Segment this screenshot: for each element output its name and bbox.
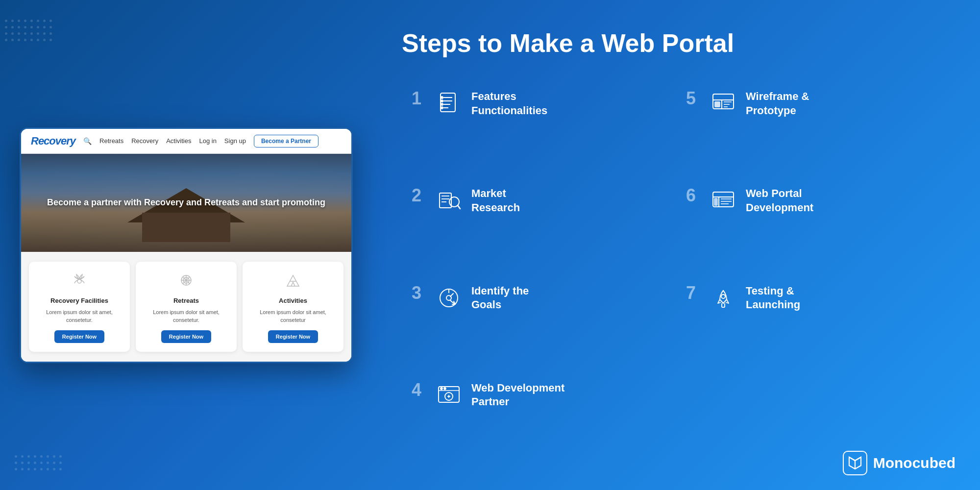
step-1-label: FeaturesFunctionalities [471, 90, 547, 118]
step-6-number: 6 [686, 187, 701, 204]
step-2-label: MarketResearch [471, 187, 520, 215]
svg-point-15 [441, 103, 443, 105]
step-4-label: Web DevelopmentPartner [471, 381, 564, 409]
step-7-icon [710, 284, 737, 312]
search-icon[interactable]: 🔍 [83, 137, 92, 145]
svg-point-16 [441, 107, 443, 109]
card-recovery-text: Lorem ipsum dolor sit amet, consetetur. [36, 308, 123, 324]
step-5-icon [710, 90, 737, 117]
register-activities-button[interactable]: Register Now [268, 330, 318, 343]
svg-rect-33 [714, 198, 717, 205]
svg-rect-20 [715, 102, 720, 107]
card-activities-title: Activities [249, 297, 337, 304]
nav-recovery[interactable]: Recovery [131, 137, 158, 145]
step-7-number: 7 [686, 284, 701, 302]
brand-logo: Recovery [31, 135, 75, 147]
card-recovery-title: Recovery Facilities [36, 297, 123, 304]
svg-point-40 [721, 294, 725, 298]
step-7-content: Testing &Launching [746, 284, 800, 312]
step-3: 3 Identify theGoals [402, 276, 676, 373]
step-3-icon [435, 284, 463, 312]
dots-decoration-bl [15, 455, 62, 470]
cards-area: Recovery Facilities Lorem ipsum dolor si… [21, 252, 351, 362]
card-activities: Activities Lorem ipsum dolor sit amet, c… [243, 262, 343, 352]
card-retreats-title: Retreats [143, 297, 230, 304]
hero-headline: Become a partner with Recovery and Retre… [47, 196, 325, 209]
main-container: Recovery 🔍 Retreats Recovery Activities … [0, 0, 980, 490]
step-4-content: Web DevelopmentPartner [471, 381, 564, 409]
step-5-number: 5 [686, 90, 701, 107]
register-recovery-button[interactable]: Register Now [54, 330, 104, 343]
browser-nav: Recovery 🔍 Retreats Recovery Activities … [21, 129, 351, 154]
step-4-number: 4 [412, 381, 426, 399]
monocubed-name: Monocubed [873, 455, 956, 471]
step-5-content: Wireframe &Prototype [746, 90, 809, 118]
dots-decoration-tl [5, 20, 52, 41]
nav-retreats[interactable]: Retreats [99, 137, 123, 145]
step-1: 1 FeaturesFunctionalitie [402, 82, 676, 179]
svg-line-29 [458, 205, 460, 209]
nav-activities[interactable]: Activities [166, 137, 191, 145]
step-6: 6 Web PortalDevelopment [676, 179, 951, 276]
recovery-icon [36, 270, 123, 293]
left-section: Recovery 🔍 Retreats Recovery Activities … [0, 0, 372, 490]
step-6-icon [710, 187, 737, 214]
monocubed-logo [843, 451, 867, 475]
step-1-number: 1 [412, 90, 426, 107]
svg-point-13 [441, 97, 443, 98]
monocubed-brand: Monocubed [843, 451, 956, 475]
step-1-content: FeaturesFunctionalities [471, 90, 547, 118]
activities-icon [249, 270, 337, 293]
hero-area: Become a partner with Recovery and Retre… [21, 154, 351, 252]
right-section: Steps to Make a Web Portal 1 [372, 0, 980, 490]
section-title: Steps to Make a Web Portal [402, 29, 951, 57]
step-2-icon [435, 187, 463, 214]
step-5: 5 Wireframe &Prototype [676, 82, 951, 179]
nav-signup[interactable]: Sign up [224, 137, 246, 145]
svg-point-44 [441, 388, 442, 390]
step-7: 7 Testing &Launching [676, 276, 951, 373]
card-recovery-facilities: Recovery Facilities Lorem ipsum dolor si… [29, 262, 130, 352]
step-2-content: MarketResearch [471, 187, 520, 215]
step-5-label: Wireframe &Prototype [746, 90, 809, 118]
step-1-icon [435, 90, 463, 117]
svg-point-45 [444, 388, 446, 390]
card-activities-text: Lorem ipsum dolor sit amet, consetetur [249, 308, 337, 324]
step-3-number: 3 [412, 284, 426, 302]
step-3-label: Identify theGoals [471, 284, 529, 312]
register-retreats-button[interactable]: Register Now [161, 330, 211, 343]
nav-login[interactable]: Log in [199, 137, 216, 145]
become-partner-button[interactable]: Become a Partner [254, 135, 318, 147]
svg-point-14 [441, 100, 443, 102]
nav-links: Retreats Recovery Activities Log in Sign… [99, 135, 342, 147]
hero-text: Become a partner with Recovery and Retre… [47, 196, 325, 209]
card-retreats: Retreats Lorem ipsum dolor sit amet, con… [136, 262, 237, 352]
step-6-content: Web PortalDevelopment [746, 187, 813, 215]
step-4-icon [435, 381, 463, 409]
steps-grid: 1 FeaturesFunctionalitie [402, 82, 951, 470]
step-7-label: Testing &Launching [746, 284, 800, 312]
step-2: 2 MarketResearch [402, 179, 676, 276]
browser-mockup: Recovery 🔍 Retreats Recovery Activities … [20, 127, 353, 363]
step-4: 4 Web DevelopmentPartner [402, 373, 676, 470]
card-retreats-text: Lorem ipsum dolor sit amet, consetetur. [143, 308, 230, 324]
retreats-icon [143, 270, 230, 293]
step-3-content: Identify theGoals [471, 284, 529, 312]
house-decoration [142, 213, 230, 242]
step-6-label: Web PortalDevelopment [746, 187, 813, 215]
step-2-number: 2 [412, 187, 426, 204]
